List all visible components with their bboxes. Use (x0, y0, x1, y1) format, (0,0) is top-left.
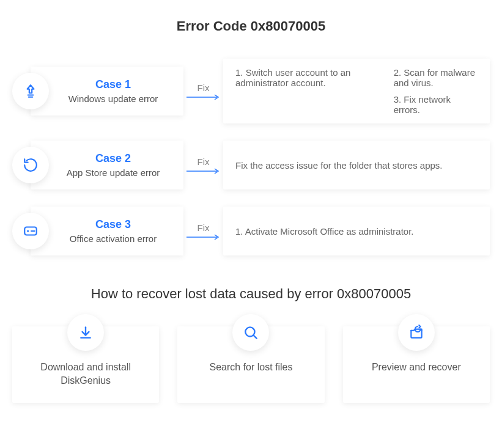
case-card: Case 2 App Store update error (31, 141, 183, 189)
refresh-circle-icon (12, 147, 49, 183)
fix-item: 1. Switch user account to an administrat… (235, 67, 377, 88)
step-card-1: Download and install DiskGenius (12, 326, 159, 403)
arrow-icon (185, 234, 222, 240)
step-card-3: Preview and recover (343, 326, 490, 403)
svg-point-5 (27, 230, 29, 232)
arrow-icon (185, 168, 222, 174)
case-row-1: Case 1 Windows update error Fix 1. Switc… (12, 59, 490, 123)
fix-arrow: Fix (183, 156, 223, 174)
case-desc: Windows update error (68, 94, 158, 104)
case-title: Case 1 (95, 78, 131, 91)
step-text: Download and install DiskGenius (23, 361, 148, 387)
recover-icon (398, 314, 435, 351)
fix-card: 1. Switch user account to an administrat… (223, 59, 490, 123)
arrow-label: Fix (197, 156, 210, 167)
storage-icon (12, 213, 49, 249)
case-row-3: Case 3 Office activation error Fix 1. Ac… (12, 207, 490, 255)
steps-row: Download and install DiskGenius Search f… (12, 326, 490, 403)
fix-item: 1. Activate Microsoft Office as administ… (235, 226, 414, 237)
case-card: Case 1 Windows update error (31, 67, 183, 116)
step-card-2: Search for lost files (177, 326, 324, 403)
step-text: Search for lost files (209, 361, 292, 374)
fix-item: 3. Fix network errors. (394, 94, 478, 115)
case-title: Case 2 (95, 152, 131, 165)
page-title: Error Code 0x80070005 (12, 18, 490, 34)
arrow-label: Fix (197, 83, 210, 93)
fix-item: 2. Scan for malware and virus. (394, 67, 478, 88)
fix-arrow: Fix (183, 222, 223, 240)
case-desc: App Store update error (67, 167, 160, 178)
case-card: Case 3 Office activation error (31, 207, 183, 255)
fix-arrow: Fix (183, 83, 223, 100)
case-desc: Office activation error (70, 233, 157, 244)
arrow-label: Fix (197, 222, 210, 233)
step-text: Preview and recover (372, 361, 461, 374)
fix-item: Fix the access issue for the folder that… (235, 160, 443, 171)
fix-card: 1. Activate Microsoft Office as administ… (223, 207, 490, 255)
case-title: Case 3 (95, 218, 131, 231)
case-row-2: Case 2 App Store update error Fix Fix th… (12, 141, 490, 189)
download-icon (67, 314, 104, 351)
arrow-icon (185, 94, 222, 100)
section-title: How to recover lost data caused by error… (12, 286, 490, 302)
svg-line-11 (254, 336, 257, 339)
fix-card: Fix the access issue for the folder that… (223, 141, 490, 189)
upload-bulb-icon (12, 73, 49, 109)
search-icon (232, 314, 269, 351)
